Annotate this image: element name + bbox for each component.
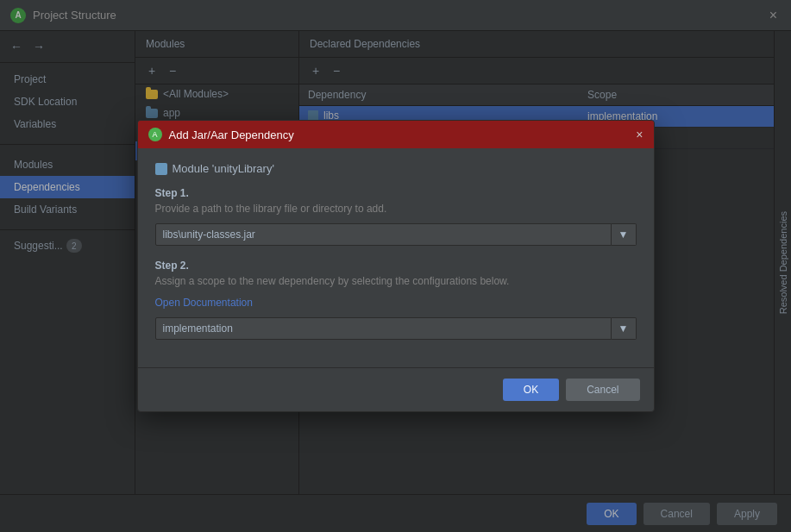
modal-body: Module 'unityLibrary' Step 1. Provide a …	[138, 148, 654, 367]
scope-row: implementation api compileOnly runtimeOn…	[155, 317, 637, 340]
modal-title-icon: A	[148, 128, 162, 141]
modal-module-header: Module 'unityLibrary'	[155, 162, 637, 175]
path-dropdown-button[interactable]: ▼	[612, 223, 637, 246]
modal-cancel-button[interactable]: Cancel	[566, 379, 639, 401]
path-input[interactable]	[155, 223, 612, 246]
modal-module-name: Module 'unityLibrary'	[173, 162, 274, 175]
open-docs-link[interactable]: Open Documentation	[155, 297, 253, 309]
modal-titlebar: A Add Jar/Aar Dependency ×	[138, 121, 654, 148]
modal-ok-button[interactable]: OK	[503, 379, 559, 401]
step2-desc: Assign a scope to the new dependency by …	[155, 275, 637, 287]
modal-title: Add Jar/Aar Dependency	[169, 128, 630, 141]
scope-dropdown-button[interactable]: ▼	[612, 317, 637, 340]
module-icon-small	[155, 163, 167, 175]
modal-close-button[interactable]: ×	[636, 128, 643, 141]
modal-dialog: A Add Jar/Aar Dependency × Module 'unity…	[137, 120, 655, 412]
step1-label: Step 1.	[155, 187, 637, 199]
modal-footer: OK Cancel	[138, 367, 654, 411]
step2-label: Step 2.	[155, 260, 637, 272]
modal-overlay: A Add Jar/Aar Dependency × Module 'unity…	[0, 0, 791, 532]
step1-desc: Provide a path to the library file or di…	[155, 203, 637, 215]
path-input-row: ▼	[155, 223, 637, 246]
scope-select[interactable]: implementation api compileOnly runtimeOn…	[155, 317, 612, 340]
